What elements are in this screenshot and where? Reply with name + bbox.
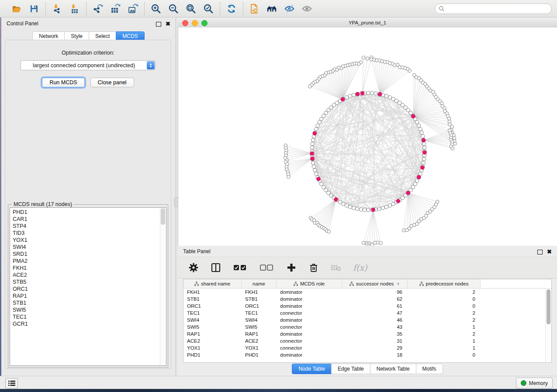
close-panel-icon[interactable]: ✖ (547, 249, 552, 254)
table-cell[interactable]: TEC1 (242, 309, 277, 316)
share-document-icon[interactable] (249, 3, 260, 14)
zoom-fit-icon[interactable] (185, 3, 197, 14)
mcds-result-item[interactable]: FKH1 (10, 265, 160, 272)
table-cell[interactable]: 2 (408, 330, 481, 337)
mcds-result-item[interactable]: YOX1 (10, 237, 160, 244)
table-cell[interactable]: FKH1 (183, 289, 242, 296)
table-cell[interactable]: ORC1 (183, 303, 242, 309)
table-cell[interactable]: 35 (342, 330, 408, 337)
add-column-icon[interactable] (286, 262, 297, 273)
table-cell[interactable]: 1 (408, 337, 481, 344)
network-canvas[interactable] (178, 28, 557, 246)
mcds-result-item[interactable]: ACE2 (10, 272, 160, 279)
export-image-icon[interactable] (127, 3, 138, 14)
gear-icon[interactable] (188, 262, 199, 273)
table-cell[interactable]: PHD1 (183, 351, 242, 358)
table-cell[interactable]: SWI5 (242, 323, 277, 330)
run-mcds-button[interactable]: Run MCDS (42, 78, 84, 87)
refresh-icon[interactable] (226, 3, 237, 14)
scrollbar-thumb[interactable] (161, 208, 165, 225)
table-cell[interactable]: 2 (408, 309, 481, 316)
table-cell[interactable]: RAP1 (242, 330, 277, 337)
table-row[interactable]: ACE2ACE2connector311 (183, 337, 551, 344)
table-cell[interactable]: PHD1 (242, 351, 277, 358)
table-cell[interactable]: connector (277, 344, 342, 351)
mcds-result-item[interactable]: PMA2 (10, 258, 160, 265)
mcds-result-item[interactable]: CAR1 (10, 216, 160, 223)
table-cell[interactable]: SWI4 (242, 316, 277, 323)
import-network-icon[interactable] (52, 3, 63, 14)
export-network-icon[interactable] (92, 3, 104, 14)
table-cell[interactable]: ORC1 (242, 303, 277, 309)
mcds-result-item[interactable]: TEC1 (10, 313, 160, 320)
table-cell[interactable]: 2 (408, 316, 481, 323)
table-cell[interactable]: connector (277, 337, 342, 344)
column-header[interactable]: shared name (183, 279, 242, 288)
mcds-result-item[interactable]: SWI5 (10, 306, 160, 313)
table-cell[interactable]: 18 (342, 351, 408, 358)
leaf-nodes[interactable] (284, 56, 457, 246)
table-cell[interactable]: connector (277, 309, 342, 316)
column-header[interactable]: predecessor nodes (408, 279, 481, 288)
table-cell[interactable]: SWI4 (183, 316, 242, 323)
table-cell[interactable]: dominator (277, 303, 342, 309)
column-header[interactable]: MCDS role (277, 279, 342, 288)
save-session-icon[interactable] (28, 3, 40, 14)
tab-edge-table[interactable]: Edge Table (331, 364, 370, 374)
network-window-titlebar[interactable]: YPA_prune.txt_1 (178, 18, 557, 28)
table-cell[interactable]: 29 (342, 344, 408, 351)
hide-details-icon[interactable] (284, 3, 295, 14)
table-cell[interactable]: RAP1 (183, 330, 242, 337)
table-cell[interactable]: dominator (277, 289, 342, 296)
mcds-result-item[interactable]: TID3 (10, 230, 160, 237)
table-row[interactable]: PHD1PHD1dominator180 (183, 351, 551, 358)
table-row[interactable]: SWI5SWI5connector431 (183, 323, 551, 330)
optimization-criterion-select[interactable]: largest connected component (undirected)… (21, 60, 156, 70)
select-all-checkboxes-icon[interactable] (233, 262, 248, 273)
maximize-window-icon[interactable] (201, 20, 208, 26)
table-cell[interactable]: 1 (408, 344, 481, 351)
mcds-result-item[interactable]: STB5 (10, 279, 160, 285)
table-row[interactable]: SWI4SWI4dominator462 (183, 316, 551, 323)
table-row[interactable]: RAP1RAP1dominator352 (183, 330, 551, 337)
search-field[interactable] (435, 3, 552, 14)
table-cell[interactable]: YOX1 (183, 344, 242, 351)
table-cell[interactable]: 0 (408, 296, 481, 303)
table-cell[interactable]: 46 (342, 316, 408, 323)
tab-motifs[interactable]: Motifs (416, 364, 443, 374)
table-scrollbar[interactable] (545, 289, 551, 362)
import-table-icon[interactable] (69, 3, 80, 14)
memory-button[interactable]: Memory (516, 378, 553, 389)
table-cell[interactable]: 0 (408, 303, 481, 309)
table-row[interactable]: YOX1YOX1connector291 (183, 344, 551, 351)
table-cell[interactable]: 0 (408, 351, 481, 358)
mcds-list-scrollbar[interactable] (160, 208, 166, 365)
close-panel-icon[interactable]: ✖ (166, 21, 170, 27)
mcds-result-item[interactable]: STP4 (10, 223, 160, 230)
search-network-icon[interactable] (266, 3, 278, 14)
zoom-out-icon[interactable] (168, 3, 179, 14)
table-cell[interactable]: connector (277, 323, 342, 330)
mcds-result-item[interactable]: PHD1 (10, 209, 160, 216)
table-cell[interactable]: 31 (342, 337, 408, 344)
mcds-result-item[interactable]: SWI4 (10, 244, 160, 251)
table-cell[interactable]: ACE2 (183, 337, 242, 344)
table-cell[interactable]: 47 (342, 309, 408, 316)
table-cell[interactable]: dominator (277, 330, 342, 337)
export-table-icon[interactable] (110, 3, 121, 14)
table-cell[interactable]: 61 (342, 303, 408, 309)
column-header[interactable]: name (242, 279, 277, 288)
table-cell[interactable]: STB1 (242, 296, 277, 303)
close-window-icon[interactable] (182, 20, 188, 26)
table-cell[interactable]: 2 (408, 289, 481, 296)
close-panel-button[interactable]: Close panel (90, 78, 134, 87)
zoom-in-icon[interactable] (150, 3, 162, 14)
mcds-result-item[interactable]: RAP1 (10, 292, 160, 299)
table-cell[interactable]: dominator (277, 351, 342, 358)
table-cell[interactable]: ACE2 (242, 337, 277, 344)
table-cell[interactable]: 1 (408, 323, 481, 330)
table-cell[interactable]: dominator (277, 316, 342, 323)
table-cell[interactable]: TEC1 (183, 309, 242, 316)
table-cell[interactable]: STB1 (183, 296, 242, 303)
table-cell[interactable]: YOX1 (242, 344, 277, 351)
